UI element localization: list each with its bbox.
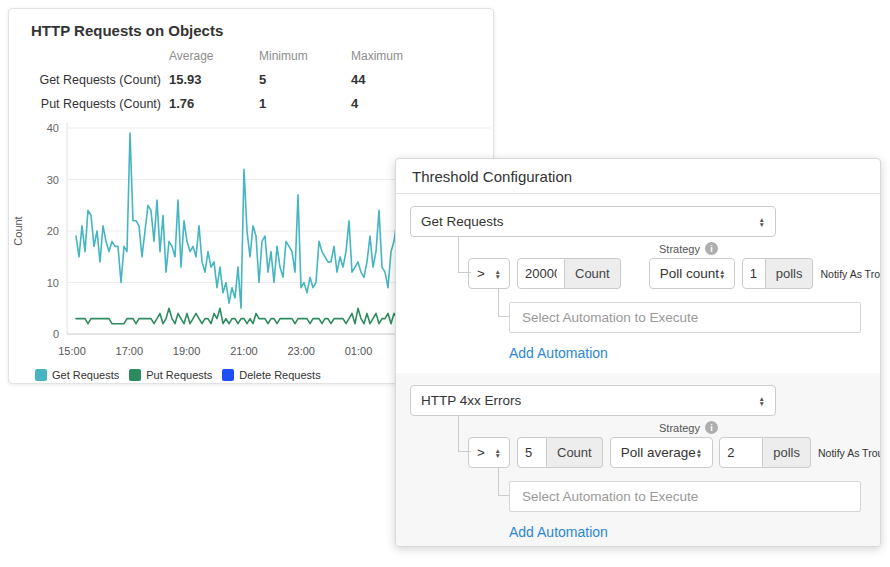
add-automation-link[interactable]: Add Automation: [509, 345, 608, 361]
stats-row-label: Put Requests (Count): [31, 97, 169, 111]
stats-value-maximum: 44: [351, 72, 447, 87]
select-stepper-icon: ▲▼: [759, 396, 765, 406]
svg-text:01:00: 01:00: [345, 345, 373, 357]
legend-label: Get Requests: [52, 369, 119, 381]
polls-unit-addon: polls: [766, 258, 814, 289]
poll-strategy-select-value: Poll average: [621, 445, 696, 460]
put-requests-swatch: [129, 369, 141, 381]
strategy-label: Strategy: [659, 243, 700, 255]
operator-select-value: >: [477, 445, 485, 460]
select-stepper-icon: ▲▼: [759, 217, 765, 227]
polls-value-input[interactable]: [742, 258, 766, 289]
polls-value-group: polls: [742, 258, 814, 289]
select-automation-input[interactable]: [509, 481, 861, 512]
svg-text:30: 30: [47, 174, 59, 186]
svg-text:0: 0: [53, 328, 59, 340]
stats-value-minimum: 1: [259, 96, 351, 111]
legend-item-delete-requests: Delete Requests: [222, 369, 320, 381]
metric-select[interactable]: Get Requests ▲▼: [410, 206, 776, 237]
stats-value-maximum: 4: [351, 96, 447, 111]
operator-select-value: >: [477, 266, 485, 281]
svg-text:40: 40: [47, 122, 59, 134]
strategy-label-row: Strategy i: [659, 420, 874, 435]
polls-value-group: polls: [719, 437, 811, 468]
tree-connector: [498, 468, 509, 496]
chart-panel-title: HTTP Requests on Objects: [31, 22, 493, 39]
svg-text:20: 20: [47, 225, 59, 237]
strategy-label: Strategy: [659, 422, 700, 434]
strategy-label-row: Strategy i: [659, 241, 874, 256]
legend-label: Delete Requests: [239, 369, 320, 381]
notify-as-trouble-label: Notify As Trouble: [820, 268, 881, 280]
svg-text:Count: Count: [12, 216, 24, 245]
tree-connector: [458, 237, 471, 273]
threshold-panel-title: Threshold Configuration: [396, 159, 880, 194]
stats-header-maximum: Maximum: [351, 49, 447, 63]
notify-as-trouble-label: Notify As Trouble: [818, 447, 881, 459]
poll-strategy-select[interactable]: Poll count ▲▼: [649, 258, 735, 289]
svg-text:15:00: 15:00: [58, 345, 86, 357]
stats-value-minimum: 5: [259, 72, 351, 87]
stats-value-average: 1.76: [169, 96, 259, 111]
condition-row: > ▲▼ Count Poll average ▲▼ polls Notify …: [468, 437, 874, 468]
stats-header-minimum: Minimum: [259, 49, 351, 63]
select-stepper-icon: ▲▼: [495, 448, 501, 458]
threshold-unit-addon: Count: [547, 437, 603, 468]
select-stepper-icon: ▲▼: [696, 448, 702, 458]
select-stepper-icon: ▲▼: [495, 269, 501, 279]
tree-connector: [498, 289, 509, 317]
metric-select-value: Get Requests: [421, 214, 504, 229]
threshold-block-http-4xx-errors: HTTP 4xx Errors ▲▼ Strategy i > ▲▼ Count…: [396, 373, 880, 547]
threshold-value-input[interactable]: [517, 258, 565, 289]
info-icon[interactable]: i: [705, 421, 718, 434]
svg-text:21:00: 21:00: [230, 345, 258, 357]
threshold-value-group: Count: [517, 437, 603, 468]
legend-item-put-requests: Put Requests: [129, 369, 212, 381]
legend-label: Put Requests: [146, 369, 212, 381]
condition-row: > ▲▼ Count Poll count ▲▼ polls Notify As…: [468, 258, 874, 289]
info-icon[interactable]: i: [705, 242, 718, 255]
select-stepper-icon: ▲▼: [719, 269, 725, 279]
tree-connector: [458, 416, 471, 452]
metric-select-value: HTTP 4xx Errors: [421, 393, 521, 408]
chart-stats-table: Average Minimum Maximum Get Requests (Co…: [31, 49, 493, 111]
metric-select[interactable]: HTTP 4xx Errors ▲▼: [410, 385, 776, 416]
get-requests-swatch: [35, 369, 47, 381]
select-automation-input[interactable]: [509, 302, 861, 333]
svg-text:10: 10: [47, 277, 59, 289]
poll-strategy-select-value: Poll count: [660, 266, 719, 281]
svg-text:23:00: 23:00: [287, 345, 315, 357]
polls-value-input[interactable]: [719, 437, 763, 468]
delete-requests-swatch: [222, 369, 234, 381]
stats-value-average: 15.93: [169, 72, 259, 87]
add-automation-link[interactable]: Add Automation: [509, 524, 608, 540]
svg-text:19:00: 19:00: [173, 345, 201, 357]
legend-item-get-requests: Get Requests: [35, 369, 119, 381]
threshold-unit-addon: Count: [565, 258, 621, 289]
threshold-block-get-requests: Get Requests ▲▼ Strategy i > ▲▼ Count Po…: [396, 194, 880, 373]
threshold-configuration-panel: Threshold Configuration Get Requests ▲▼ …: [395, 158, 881, 547]
poll-strategy-select[interactable]: Poll average ▲▼: [610, 437, 714, 468]
stats-header-average: Average: [169, 49, 259, 63]
svg-text:17:00: 17:00: [116, 345, 144, 357]
stats-row-label: Get Requests (Count): [31, 73, 169, 87]
operator-select[interactable]: > ▲▼: [468, 258, 510, 289]
threshold-value-input[interactable]: [517, 437, 547, 468]
operator-select[interactable]: > ▲▼: [468, 437, 510, 468]
threshold-value-group: Count: [517, 258, 621, 289]
screen: HTTP Requests on Objects Average Minimum…: [0, 0, 890, 567]
polls-unit-addon: polls: [763, 437, 811, 468]
